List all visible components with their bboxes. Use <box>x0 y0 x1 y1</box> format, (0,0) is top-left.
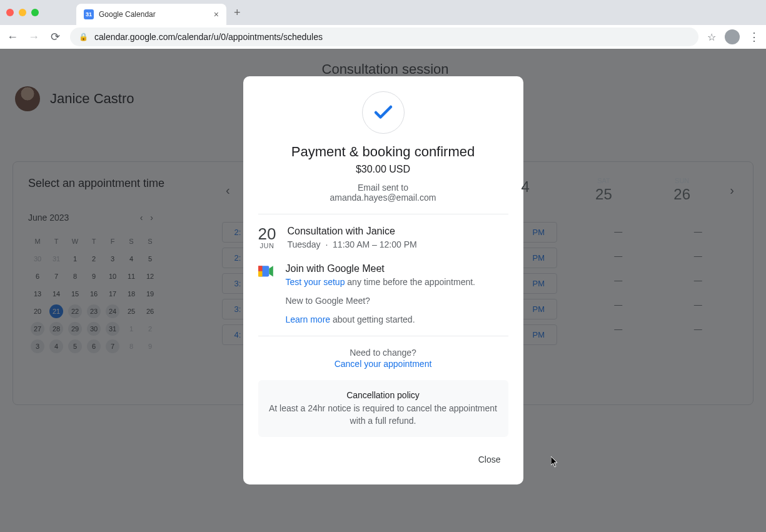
new-to-meet-text: New to Google Meet? <box>286 296 508 306</box>
browser-toolbar: ← → ⟳ 🔒 calendar.google.com/calendar/u/0… <box>0 25 766 49</box>
back-button[interactable]: ← <box>6 31 19 44</box>
test-setup-link[interactable]: Test your setup <box>286 277 345 287</box>
modal-overlay: Payment & booking confirmed $30.00 USD E… <box>0 49 766 532</box>
email-sent-label: Email sent to <box>258 183 508 193</box>
bookmark-icon[interactable]: ☆ <box>707 31 716 43</box>
address-bar[interactable]: 🔒 calendar.google.com/calendar/u/0/appoi… <box>70 28 698 46</box>
need-to-change-text: Need to change? <box>258 348 508 358</box>
week-day-column[interactable]: SUN26 <box>643 177 721 203</box>
week-day-column[interactable]: SAT25 <box>565 177 643 203</box>
learn-more-link[interactable]: Learn more <box>286 314 331 324</box>
event-title: Consultation with Janice <box>287 226 508 237</box>
modal-title: Payment & booking confirmed <box>258 144 508 160</box>
reload-button[interactable]: ⟳ <box>49 30 61 44</box>
new-tab-button[interactable]: + <box>234 6 241 19</box>
week-dow-label: SAT <box>565 177 643 184</box>
meet-title: Join with Google Meet <box>286 263 508 274</box>
meet-section: Join with Google Meet Test your setup an… <box>258 263 508 324</box>
policy-title: Cancellation policy <box>268 390 498 400</box>
checkmark-icon <box>362 91 405 134</box>
week-day-number: 25 <box>565 186 643 203</box>
policy-text: At least a 24hr notice is required to ca… <box>268 403 498 427</box>
week-day-number: 26 <box>643 186 721 203</box>
minimize-window-button[interactable] <box>19 9 26 16</box>
event-summary: 20 JUN Consultation with Janice Tuesday … <box>258 226 508 249</box>
browser-tab[interactable]: 31 Google Calendar × <box>76 4 226 25</box>
week-dow-label: SUN <box>643 177 721 184</box>
change-section: Need to change? Cancel your appointment <box>258 348 508 369</box>
profile-avatar-button[interactable] <box>725 29 740 44</box>
google-meet-icon <box>258 264 275 278</box>
svg-rect-2 <box>258 266 262 271</box>
lock-icon: 🔒 <box>79 33 88 41</box>
test-setup-suffix: any time before the appointment. <box>345 277 475 287</box>
close-tab-icon[interactable]: × <box>214 9 219 19</box>
maximize-window-button[interactable] <box>31 9 39 16</box>
svg-marker-1 <box>269 266 273 276</box>
price-text: $30.00 USD <box>258 164 508 175</box>
browser-menu-icon[interactable]: ⋮ <box>748 30 760 44</box>
browser-chrome: 31 Google Calendar × + ← → ⟳ 🔒 calendar.… <box>0 0 766 49</box>
close-button[interactable]: Close <box>471 449 508 469</box>
close-window-button[interactable] <box>6 9 14 16</box>
tab-title: Google Calendar <box>99 10 209 19</box>
week-day-number: 4 <box>486 178 565 196</box>
page-content: Janice Castro Consultation session ◐ ▭ S… <box>0 49 766 532</box>
event-month: JUN <box>258 242 276 249</box>
learn-more-suffix: about getting started. <box>330 314 415 324</box>
event-time: Tuesday · 11:30 AM – 12:00 PM <box>287 239 508 249</box>
event-day-number: 20 <box>258 226 276 242</box>
calendar-favicon: 31 <box>84 9 94 19</box>
confirmation-modal: Payment & booking confirmed $30.00 USD E… <box>243 76 523 484</box>
cancel-appointment-link[interactable]: Cancel your appointment <box>258 359 508 369</box>
svg-rect-3 <box>258 271 262 277</box>
cancellation-policy-box: Cancellation policy At least a 24hr noti… <box>258 380 508 437</box>
email-address: amanda.hayes@email.com <box>258 193 508 203</box>
tab-bar: 31 Google Calendar × + <box>0 0 766 25</box>
forward-button[interactable]: → <box>28 31 40 44</box>
window-controls <box>6 9 39 16</box>
url-text: calendar.google.com/calendar/u/0/appoint… <box>94 32 323 42</box>
